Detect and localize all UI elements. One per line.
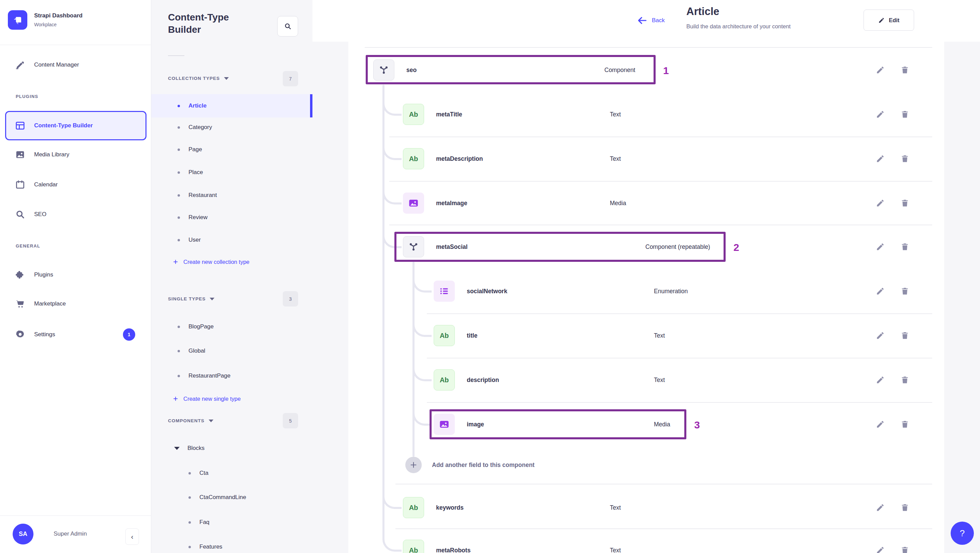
edit-field-button[interactable]	[876, 420, 885, 429]
delete-field-button[interactable]	[900, 287, 909, 296]
field-type: Text	[610, 104, 621, 125]
field-type: Text	[654, 325, 665, 346]
subnav-item-article[interactable]: Article	[151, 94, 312, 118]
sidebar-item-label: SEO	[34, 211, 46, 218]
field-type: Text	[610, 540, 621, 553]
subnav-item-category[interactable]: Category	[151, 116, 312, 138]
component-category-blocks[interactable]: Blocks	[151, 438, 312, 458]
text-field-icon: Ab	[403, 497, 424, 518]
sidebar-item-label: Marketplace	[34, 300, 66, 307]
pencil-icon	[876, 375, 885, 385]
subnav-item-restaurantpage[interactable]: RestaurantPage	[151, 365, 312, 387]
edit-field-button[interactable]	[876, 65, 885, 75]
subnav-item-faq[interactable]: Faq	[151, 511, 312, 534]
chevron-down-icon	[210, 298, 215, 300]
trash-icon	[900, 331, 909, 340]
text-field-icon: Ab	[434, 325, 455, 346]
magnifier-icon	[15, 209, 25, 219]
delete-field-button[interactable]	[900, 242, 909, 251]
strapi-logo[interactable]	[8, 10, 27, 30]
sidebar-item-plugins[interactable]: Plugins	[0, 264, 151, 285]
sidebar-collapse-button[interactable]: ‹	[125, 528, 139, 545]
subnav-item-user[interactable]: User	[151, 229, 312, 251]
delete-field-button[interactable]	[900, 420, 909, 429]
field-type: Text	[654, 369, 665, 391]
subnav-item-restaurant[interactable]: Restaurant	[151, 184, 312, 207]
plus-icon: +	[173, 257, 178, 267]
sidebar-item-media-library[interactable]: Media Library	[0, 144, 151, 165]
subnav-item-features[interactable]: Features	[151, 536, 312, 553]
edit-button[interactable]: Edit	[864, 10, 914, 31]
create-collection-type-link[interactable]: +Create new collection type	[151, 251, 312, 272]
edit-field-button[interactable]	[876, 375, 885, 385]
delete-field-button[interactable]	[900, 546, 909, 553]
delete-field-button[interactable]	[900, 154, 909, 163]
sidebar-item-content-type-builder[interactable]: Content-Type Builder	[5, 111, 146, 140]
subnav-item-global[interactable]: Global	[151, 340, 312, 362]
bullet-icon	[188, 521, 191, 524]
subnav-item-ctacommandline[interactable]: CtaCommandLine	[151, 486, 312, 509]
field-type: Component (repeatable)	[645, 236, 710, 257]
delete-field-button[interactable]	[900, 503, 909, 512]
subnav-item-review[interactable]: Review	[151, 206, 312, 229]
bullet-icon	[178, 239, 180, 242]
trash-icon	[900, 199, 909, 208]
subnav-item-cta[interactable]: Cta	[151, 462, 312, 485]
delete-field-button[interactable]	[900, 375, 909, 385]
field-name: image	[467, 414, 484, 435]
sidebar-item-label: Media Library	[34, 151, 69, 158]
row-divider	[427, 313, 932, 314]
field-row-image: image Media	[348, 414, 944, 435]
edit-field-button[interactable]	[876, 199, 885, 208]
annotation-number: 2	[733, 242, 739, 253]
subnav-item-place[interactable]: Place	[151, 161, 312, 184]
settings-notification-badge: 1	[123, 328, 135, 341]
user-avatar[interactable]: SA	[13, 524, 33, 545]
search-button[interactable]	[277, 16, 298, 37]
edit-field-button[interactable]	[876, 546, 885, 553]
sidebar-item-content-manager[interactable]: Content Manager	[0, 54, 151, 75]
layout-grid-icon	[15, 121, 25, 131]
delete-field-button[interactable]	[900, 65, 909, 75]
components-header[interactable]: COMPONENTS	[168, 418, 213, 423]
trash-icon	[900, 420, 909, 429]
pencil-icon	[876, 65, 885, 75]
help-button[interactable]: ?	[951, 521, 974, 545]
back-link[interactable]: Back	[637, 15, 665, 26]
create-single-type-link[interactable]: +Create new single type	[151, 388, 312, 409]
bullet-icon	[188, 546, 191, 548]
chevron-down-icon	[224, 77, 229, 80]
add-component-field-button[interactable]	[405, 457, 422, 473]
delete-field-button[interactable]	[900, 110, 909, 119]
pencil-icon	[876, 199, 885, 208]
field-type: Enumeration	[654, 281, 688, 302]
collection-types-header[interactable]: COLLECTION TYPES	[168, 76, 229, 81]
sidebar-item-calendar[interactable]: Calendar	[0, 174, 151, 195]
enumeration-field-icon	[434, 281, 455, 302]
strapi-admin-app: Strapi Dashboard Workplace Content Manag…	[0, 0, 980, 553]
sidebar-item-seo[interactable]: SEO	[0, 204, 151, 225]
delete-field-button[interactable]	[900, 331, 909, 340]
subnav-title: Content-Type Builder	[168, 11, 257, 36]
feather-pen-icon	[15, 60, 25, 70]
content-type-builder-subnav: Content-Type Builder COLLECTION TYPES 7 …	[151, 0, 312, 553]
edit-field-button[interactable]	[876, 242, 885, 251]
add-component-field-label[interactable]: Add another field to this component	[432, 457, 535, 473]
delete-field-button[interactable]	[900, 199, 909, 208]
components-count: 5	[283, 413, 298, 428]
media-field-icon	[403, 192, 424, 214]
sidebar-item-marketplace[interactable]: Marketplace	[0, 293, 151, 315]
single-types-header[interactable]: SINGLE TYPES	[168, 296, 215, 302]
subnav-item-blogpage[interactable]: BlogPage	[151, 315, 312, 338]
pencil-icon	[878, 17, 885, 24]
sidebar-footer-divider	[0, 515, 151, 516]
edit-field-button[interactable]	[876, 110, 885, 119]
edit-field-button[interactable]	[876, 287, 885, 296]
subnav-item-page[interactable]: Page	[151, 138, 312, 161]
edit-field-button[interactable]	[876, 331, 885, 340]
pencil-icon	[876, 110, 885, 119]
pencil-icon	[876, 420, 885, 429]
edit-field-button[interactable]	[876, 154, 885, 163]
edit-field-button[interactable]	[876, 503, 885, 512]
field-name: keywords	[436, 497, 464, 518]
